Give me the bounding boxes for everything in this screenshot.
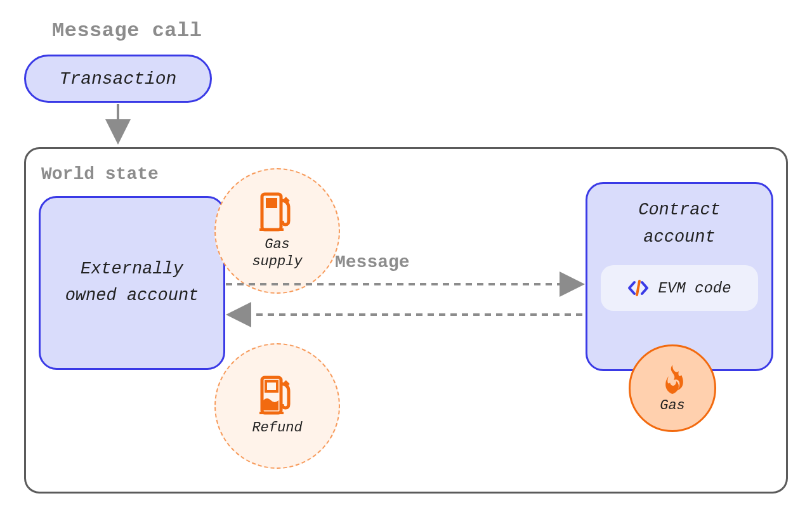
svg-rect-4: [266, 381, 277, 391]
gas-burn-node: Gas: [629, 344, 716, 432]
contract-account-node: Contractaccount EVM code: [586, 182, 773, 371]
svg-rect-1: [266, 198, 277, 208]
flame-icon: [658, 363, 686, 396]
svg-rect-2: [259, 228, 284, 231]
message-arrow-label: Message: [335, 252, 410, 272]
gas-supply-label: Gassupply: [252, 236, 302, 271]
refund-node: Refund: [214, 343, 340, 469]
transaction-label: Transaction: [60, 69, 177, 89]
transaction-node: Transaction: [24, 55, 212, 103]
evm-code-label: EVM code: [658, 280, 731, 297]
gas-burn-label: Gas: [660, 398, 685, 414]
world-state-container: World state Externallyowned account Gass…: [24, 147, 788, 494]
world-state-label: World state: [41, 164, 159, 184]
gas-supply-node: Gassupply: [214, 168, 340, 294]
refund-label: Refund: [252, 419, 302, 437]
contract-account-label: Contractaccount: [598, 197, 761, 251]
code-icon: [627, 277, 649, 299]
diagram-title: Message call: [52, 19, 202, 43]
externally-owned-account-node: Externallyowned account: [39, 196, 225, 370]
evm-code-pill: EVM code: [601, 265, 758, 311]
externally-owned-account-label: Externallyowned account: [65, 256, 199, 310]
gas-pump-icon: [257, 192, 298, 232]
svg-rect-5: [259, 412, 284, 414]
gas-pump-half-icon: [257, 375, 298, 416]
